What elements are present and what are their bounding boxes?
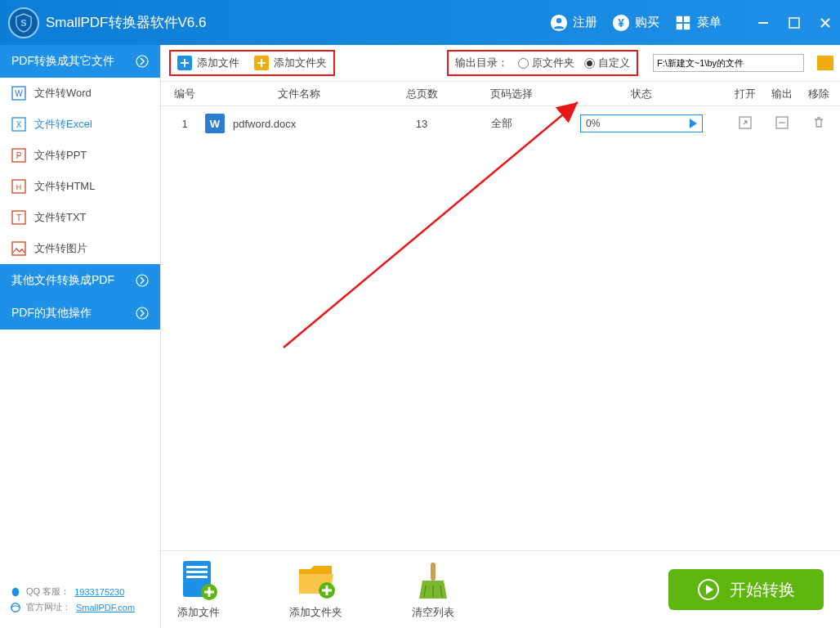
delete-icon[interactable] [811,115,826,130]
svg-rect-7 [677,23,682,29]
svg-rect-24 [12,242,25,255]
svg-rect-10 [789,18,799,28]
excel-icon: X [11,117,26,132]
chevron-right-icon [136,307,149,320]
output-label: 输出目录： [455,56,508,70]
chevron-right-icon [136,274,149,287]
svg-point-27 [12,587,20,596]
svg-rect-5 [677,16,682,21]
site-link[interactable]: SmallPDF.com [76,603,135,612]
play-circle-icon [697,578,720,601]
add-file-large-icon [178,559,219,600]
add-file-button[interactable]: 添加文件 [177,56,239,70]
menu-button[interactable]: 菜单 [674,14,722,32]
sidebar: PDF转换成其它文件 W 文件转Word X 文件转Excel P 文件转PPT… [0,45,161,628]
start-convert-button[interactable]: 开始转换 [668,569,824,610]
chevron-right-icon [136,55,149,68]
sidebar-item-image[interactable]: 文件转图片 [0,233,160,264]
svg-text:T: T [16,213,21,222]
browse-folder-button[interactable] [817,56,833,70]
play-icon [690,119,697,128]
app-logo: S [8,7,39,38]
table-row[interactable]: 1 W pdfword.docx 13 全部 0% [161,106,840,141]
open-icon[interactable] [738,115,753,130]
sidebar-item-word[interactable]: W 文件转Word [0,78,160,109]
txt-icon: T [11,210,26,225]
svg-point-13 [136,56,148,67]
bottom-add-file[interactable]: 添加文件 [177,559,220,620]
table-header: 编号 文件名称 总页数 页码选择 状态 打开 输出 移除 [161,82,840,106]
sidebar-item-ppt[interactable]: P 文件转PPT [0,140,160,171]
titlebar: S SmallPDF转换器软件V6.6 注册 ¥ 购买 菜单 [0,0,840,45]
minimize-icon[interactable] [757,16,770,29]
file-name: pdfword.docx [233,118,296,130]
sidebar-header-pdf-ops[interactable]: PDF的其他操作 [0,297,160,330]
bottom-add-folder[interactable]: 添加文件夹 [289,559,342,620]
sidebar-item-html[interactable]: H 文件转HTML [0,171,160,202]
sidebar-header-other-to-pdf[interactable]: 其他文件转换成PDF [0,264,160,297]
bottom-clear[interactable]: 清空列表 [412,559,454,620]
svg-text:P: P [16,151,22,160]
svg-text:¥: ¥ [618,16,624,29]
html-icon: H [11,179,26,194]
svg-text:S: S [20,17,26,27]
svg-text:H: H [16,183,22,191]
output-highlighted-box: 输出目录： 原文件夹 自定义 [447,50,638,76]
qq-link[interactable]: 1933175230 [74,587,124,597]
file-type-icon: W [205,114,225,133]
add-file-icon [177,56,192,70]
svg-point-25 [136,275,148,286]
sidebar-item-excel[interactable]: X 文件转Excel [0,109,160,140]
toolbar-highlighted-box: 添加文件 添加文件夹 [169,50,335,76]
add-folder-button[interactable]: 添加文件夹 [254,56,327,70]
output-path-input[interactable] [653,54,804,72]
close-icon[interactable] [819,16,832,29]
radio-icon [518,58,529,69]
broom-icon [413,559,454,600]
svg-point-28 [11,603,20,612]
register-button[interactable]: 注册 [550,14,597,32]
radio-checked-icon [584,58,595,69]
radio-custom-folder[interactable]: 自定义 [584,56,630,70]
svg-rect-6 [684,16,690,21]
bottom-bar: 添加文件 添加文件夹 清空列表 开始转换 [161,550,840,628]
svg-text:X: X [16,120,22,129]
qq-icon [10,586,21,598]
image-icon [11,241,26,256]
add-folder-large-icon [296,559,337,600]
app-title: SmallPDF转换器软件V6.6 [46,13,550,32]
svg-point-2 [556,18,561,23]
add-folder-icon [254,56,269,70]
content-area: 添加文件 添加文件夹 输出目录： 原文件夹 自定义 [161,45,840,628]
radio-original-folder[interactable]: 原文件夹 [518,56,574,70]
svg-rect-40 [186,566,208,568]
yen-icon: ¥ [612,14,630,32]
sidebar-footer: QQ 客服： 1933175230 官方网址： SmallPDF.com [0,574,160,628]
svg-rect-8 [684,23,690,29]
sidebar-header-pdf-to-other[interactable]: PDF转换成其它文件 [0,45,160,78]
user-icon [550,14,568,32]
ppt-icon: P [11,148,26,163]
sidebar-item-txt[interactable]: T 文件转TXT [0,202,160,233]
buy-button[interactable]: ¥ 购买 [612,14,659,32]
svg-rect-49 [431,563,436,581]
grid-icon [674,14,692,32]
progress-bar[interactable]: 0% [580,114,703,132]
output-icon[interactable] [775,115,789,130]
svg-text:W: W [15,89,23,98]
svg-rect-42 [186,576,208,578]
svg-rect-41 [186,571,208,573]
browser-icon [10,602,21,613]
maximize-icon[interactable] [788,16,801,29]
word-icon: W [11,86,26,101]
svg-point-26 [136,307,148,319]
